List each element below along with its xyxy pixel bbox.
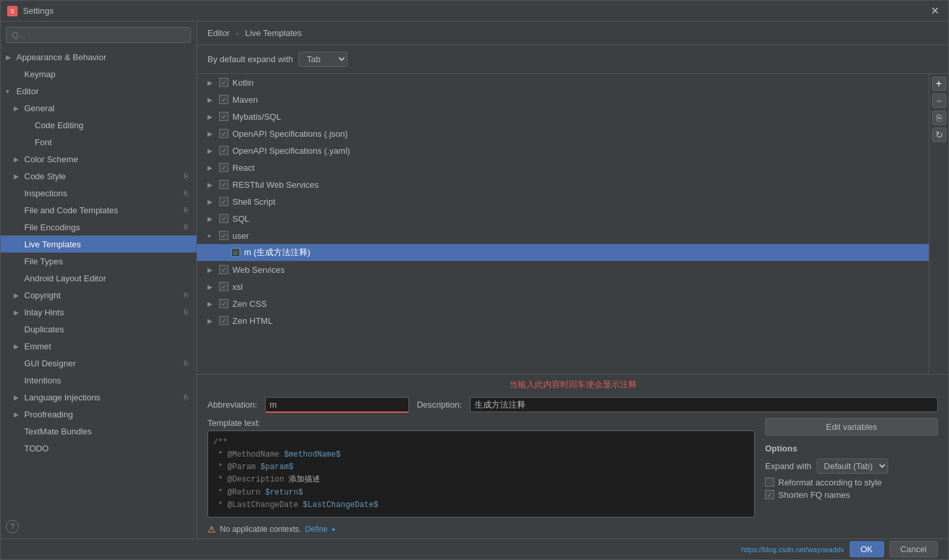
expand-arrow-icon: ▶ [207,181,219,188]
sidebar-item-inlay-hints[interactable]: ▶ Inlay Hints ⎘ [1,304,196,321]
template-checkbox[interactable]: ✓ [219,316,228,325]
expand-arrow-icon: ▶ [207,130,219,137]
sidebar-item-gui-designer[interactable]: GUI Designer ⎘ [1,355,196,372]
sidebar-item-code-editing[interactable]: Code Editing [1,116,196,133]
define-link[interactable]: Define [305,525,328,534]
reset-template-button[interactable]: ↺ [932,128,946,142]
shorten-checkbox[interactable] [765,490,774,499]
copy-template-button[interactable]: ⎘ [932,111,946,125]
copy-badge-icon: ⎘ [181,392,191,402]
expand-arrow-icon: ▶ [14,105,24,112]
sidebar-item-file-types[interactable]: File Types [1,253,196,270]
sidebar-item-editor[interactable]: ▾ Editor [1,82,196,99]
abbreviation-input[interactable] [265,397,409,413]
shorten-row: Shorten FQ names [765,490,938,500]
code-editor[interactable]: /** * @MethodName $methodName$ * @Param … [207,430,755,517]
template-checkbox[interactable]: ✓ [219,282,228,291]
help-button[interactable]: ? [6,520,19,533]
template-group-sql[interactable]: ▶ ✓ SQL [197,210,929,227]
template-group-zen-css[interactable]: ▶ ✓ Zen CSS [197,295,929,312]
sidebar-item-font[interactable]: Font [1,133,196,150]
template-checkbox[interactable]: ✓ [219,95,228,104]
sidebar-item-label: TODO [24,444,191,453]
template-group-user[interactable]: ▾ ✓ user [197,227,929,244]
no-context-bar: ⚠ No applicable contexts. Define ▾ [197,520,948,538]
template-checkbox[interactable]: ✓ [219,214,228,223]
sidebar-item-general[interactable]: ▶ General [1,99,196,116]
sidebar-item-color-scheme[interactable]: ▶ Color Scheme [1,150,196,167]
sidebar-item-label: Intentions [24,376,191,385]
sidebar-item-code-style[interactable]: ▶ Code Style ⎘ [1,167,196,184]
template-checkbox[interactable]: ✓ [219,180,228,189]
template-group-mybatis[interactable]: ▶ ✓ Mybatis/SQL [197,108,929,125]
template-checkbox[interactable]: ✓ [219,146,228,155]
sidebar-item-live-templates[interactable]: Live Templates [1,236,196,253]
template-group-zen-html[interactable]: ▶ ✓ Zen HTML [197,312,929,329]
template-group-openapi-yaml[interactable]: ▶ ✓ OpenAPI Specifications (.yaml) [197,142,929,159]
expand-arrow-icon: ▶ [207,283,219,290]
sidebar-item-keymap[interactable]: Keymap [1,65,196,82]
edit-variables-button[interactable]: Edit variables [765,418,938,436]
template-checkbox[interactable]: ✓ [219,197,228,206]
sidebar-item-emmet[interactable]: ▶ Emmet [1,338,196,355]
expand-arrow-icon: ▾ [207,232,219,239]
define-arrow-icon[interactable]: ▾ [332,526,335,533]
code-line: * @MethodName $methodName$ [213,449,749,461]
description-input[interactable] [470,397,938,412]
expand-arrow-icon: ▶ [207,79,219,86]
template-checkbox[interactable]: ✓ [219,265,228,274]
sidebar-item-language-injections[interactable]: ▶ Language Injections ⎘ [1,389,196,406]
expand-arrow-icon: ▶ [207,164,219,171]
template-item-m[interactable]: ✓ m (生成方法注释) [197,244,929,261]
bottom-link[interactable]: https://blog.csdn.net/wayneaddv [742,546,844,553]
template-group-react[interactable]: ▶ ✓ React [197,159,929,176]
template-group-shell[interactable]: ▶ ✓ Shell Script [197,193,929,210]
sidebar-item-copyright[interactable]: ▶ Copyright ⎘ [1,287,196,304]
options-panel: Edit variables Options Expand with Defau… [755,418,938,517]
template-checkbox[interactable]: ✓ [231,248,240,257]
expand-select[interactable]: Tab Enter Space [298,52,348,67]
sidebar-item-duplicates[interactable]: Duplicates [1,321,196,338]
sidebar-item-textmate[interactable]: TextMate Bundles [1,423,196,440]
template-group-xsl[interactable]: ▶ ✓ xsl [197,278,929,295]
template-group-kotlin[interactable]: ▶ ✓ Kotlin [197,74,929,91]
remove-template-button[interactable]: − [932,94,946,108]
expand-with-select[interactable]: Default (Tab) Tab Enter Space [817,459,888,474]
sidebar-item-label: Duplicates [24,324,191,334]
sidebar-item-intentions[interactable]: Intentions [1,372,196,389]
sidebar-item-label: Android Layout Editor [24,273,191,283]
sidebar-item-label: Keymap [24,69,191,79]
sidebar-item-label: Code Editing [35,120,191,130]
sidebar-item-file-encodings[interactable]: File Encodings ⎘ [1,219,196,236]
template-checkbox[interactable]: ✓ [219,112,228,121]
abbrev-desc-row: Abbreviation: Description: [197,394,948,415]
breadcrumb: Editor › Live Templates [197,22,948,45]
cancel-button[interactable]: Cancel [889,541,938,557]
template-group-restful[interactable]: ▶ ✓ RESTful Web Services [197,176,929,193]
sidebar-item-todo[interactable]: TODO [1,440,196,457]
sidebar-item-file-code-templates[interactable]: File and Code Templates ⎘ [1,201,196,219]
template-checkbox[interactable]: ✓ [219,129,228,138]
template-group-openapi-json[interactable]: ▶ ✓ OpenAPI Specifications (.json) [197,125,929,142]
close-button[interactable]: ✕ [928,5,942,17]
reformat-checkbox[interactable] [765,478,774,487]
options-title: Options [765,444,938,453]
sidebar-item-appearance[interactable]: ▶ Appearance & Behavior [1,48,196,65]
expand-arrow-icon: ▶ [207,317,219,324]
sidebar-item-proofreading[interactable]: ▶ Proofreading [1,406,196,423]
template-checkbox[interactable]: ✓ [219,78,228,87]
template-text-label: Template text: [207,418,755,428]
template-group-web-services[interactable]: ▶ ✓ Web Services [197,261,929,278]
template-checkbox[interactable]: ✓ [219,163,228,172]
template-group-maven[interactable]: ▶ ✓ Maven [197,91,929,108]
copy-badge-icon: ⎘ [181,290,191,300]
template-checkbox[interactable]: ✓ [219,231,228,240]
search-input[interactable] [6,27,191,43]
sidebar-item-inspections[interactable]: Inspections ⎘ [1,184,196,201]
template-checkbox[interactable]: ✓ [219,299,228,308]
sidebar-item-label: Color Scheme [24,154,191,164]
add-template-button[interactable]: + [932,77,946,91]
ok-button[interactable]: OK [850,541,884,557]
sidebar-item-android-layout[interactable]: Android Layout Editor [1,270,196,287]
code-line: * @Param $param$ [213,461,749,474]
